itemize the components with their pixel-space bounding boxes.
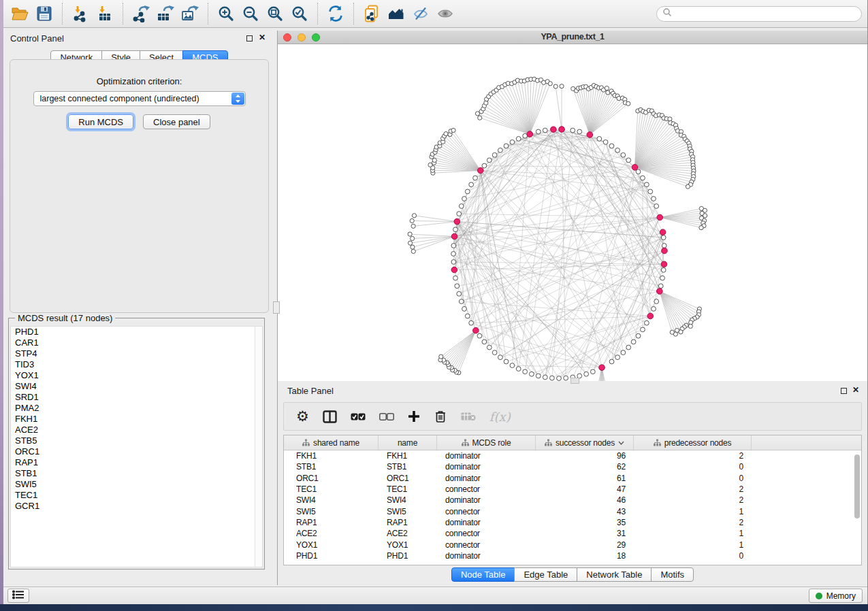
delete-column-icon[interactable] [434, 408, 447, 425]
network-node[interactable] [644, 182, 649, 187]
column-header-name[interactable]: name [379, 435, 437, 450]
table-row[interactable]: ORC1ORC1dominator610 [284, 473, 861, 484]
float-panel-icon[interactable] [841, 388, 847, 394]
network-node[interactable] [654, 299, 659, 304]
vertical-split-handle[interactable] [273, 301, 280, 314]
network-node[interactable] [529, 371, 534, 376]
hide-selected-icon[interactable] [408, 2, 433, 25]
select-all-columns-icon[interactable] [351, 408, 366, 425]
table-row[interactable]: SWI5SWI5connector431 [284, 506, 861, 516]
cell-successor-nodes[interactable]: 43 [536, 507, 634, 516]
network-node[interactable] [658, 284, 663, 288]
close-panel-icon[interactable]: ✕ [852, 385, 859, 395]
mcds-result-item[interactable]: TEC1 [11, 490, 262, 501]
network-node-mcds[interactable] [647, 313, 654, 319]
cell-mcds-role[interactable]: dominator [437, 462, 536, 472]
cell-name[interactable]: TEC1 [379, 484, 437, 494]
network-node[interactable] [510, 139, 515, 144]
network-node[interactable] [631, 340, 636, 344]
network-node[interactable] [560, 84, 564, 88]
memory-button[interactable]: Memory [809, 589, 863, 603]
export-table-icon[interactable] [153, 2, 178, 25]
network-node[interactable] [605, 86, 609, 90]
network-node[interactable] [487, 345, 492, 350]
horizontal-split-handle[interactable] [570, 378, 579, 384]
network-node[interactable] [459, 299, 464, 304]
network-node-mcds[interactable] [657, 288, 663, 295]
network-node[interactable] [621, 152, 626, 157]
network-node[interactable] [487, 158, 492, 163]
network-node[interactable] [590, 369, 595, 374]
network-node[interactable] [465, 189, 470, 194]
network-node[interactable] [411, 249, 415, 253]
table-row[interactable]: TEC1TEC1connector472 [284, 484, 861, 495]
network-node[interactable] [492, 152, 497, 157]
network-node[interactable] [408, 232, 412, 236]
save-session-icon[interactable] [32, 2, 57, 25]
network-node[interactable] [451, 128, 455, 132]
network-node[interactable] [557, 376, 562, 381]
network-node[interactable] [411, 245, 415, 249]
network-node[interactable] [626, 101, 630, 105]
cell-mcds-role[interactable]: connector [437, 507, 536, 516]
close-panel-icon[interactable]: ✕ [259, 33, 266, 42]
network-node-mcds[interactable] [632, 165, 638, 171]
cell-successor-nodes[interactable]: 31 [536, 529, 634, 538]
run-mcds-button[interactable]: Run MCDS [68, 114, 133, 129]
network-node[interactable] [516, 367, 521, 371]
network-node[interactable] [686, 184, 690, 188]
network-node[interactable] [411, 224, 415, 228]
cell-successor-nodes[interactable]: 96 [536, 451, 634, 461]
cell-shared-name[interactable]: SWI5 [284, 507, 379, 516]
network-node-mcds[interactable] [661, 261, 667, 267]
network-node-mcds[interactable] [559, 127, 565, 133]
network-node[interactable] [688, 324, 692, 328]
mcds-result-item[interactable]: SWI5 [11, 479, 262, 490]
tab-edge-table[interactable]: Edge Table [514, 567, 577, 582]
network-node[interactable] [609, 144, 614, 148]
network-node-mcds[interactable] [473, 327, 479, 333]
table-row[interactable]: SWI4SWI4dominator462 [284, 495, 861, 506]
cell-name[interactable]: PHD1 [379, 551, 437, 561]
network-node[interactable] [699, 226, 703, 230]
table-row[interactable]: ACE2ACE2connector311 [284, 528, 861, 539]
network-node[interactable] [536, 129, 541, 134]
float-panel-icon[interactable] [246, 35, 253, 42]
optimization-criterion-select[interactable]: largest connected component (undirected) [33, 91, 246, 106]
network-node[interactable] [477, 333, 482, 338]
table-settings-icon[interactable]: ⚙ [296, 408, 309, 425]
mcds-result-item[interactable]: GCR1 [11, 501, 262, 512]
network-node[interactable] [444, 132, 448, 136]
cell-name[interactable]: ORC1 [379, 474, 437, 483]
cell-shared-name[interactable]: PHD1 [284, 551, 379, 561]
network-node-mcds[interactable] [660, 229, 666, 235]
cell-shared-name[interactable]: TEC1 [284, 484, 379, 494]
cell-predecessor-nodes[interactable]: 2 [634, 451, 752, 461]
cell-successor-nodes[interactable]: 62 [536, 462, 634, 472]
cell-mcds-role[interactable]: connector [437, 540, 536, 550]
table-row[interactable]: FKH1FKH1dominator962 [284, 450, 861, 461]
zoom-selected-icon[interactable] [287, 2, 312, 25]
network-node[interactable] [478, 116, 482, 120]
network-node[interactable] [510, 363, 515, 368]
cell-name[interactable]: FKH1 [379, 451, 437, 461]
cell-mcds-role[interactable]: dominator [437, 551, 536, 561]
network-node[interactable] [410, 218, 414, 222]
mcds-result-item[interactable]: FKH1 [11, 414, 262, 425]
copy-network-icon[interactable] [359, 2, 384, 25]
network-node[interactable] [626, 158, 631, 163]
mcds-result-item[interactable]: RAP1 [11, 457, 262, 468]
split-columns-icon[interactable] [323, 408, 337, 425]
network-node[interactable] [457, 291, 462, 296]
tab-node-table[interactable]: Node Table [451, 567, 515, 582]
network-node-mcds[interactable] [451, 267, 457, 273]
cell-shared-name[interactable]: ACE2 [284, 529, 379, 538]
cell-mcds-role[interactable]: dominator [437, 474, 536, 483]
network-node[interactable] [457, 212, 462, 216]
network-node[interactable] [453, 276, 458, 280]
network-node[interactable] [660, 276, 665, 280]
table-row[interactable]: STB1STB1dominator620 [284, 461, 861, 472]
refresh-icon[interactable] [323, 2, 348, 25]
cell-predecessor-nodes[interactable]: 2 [634, 518, 752, 527]
network-node[interactable] [451, 252, 456, 257]
